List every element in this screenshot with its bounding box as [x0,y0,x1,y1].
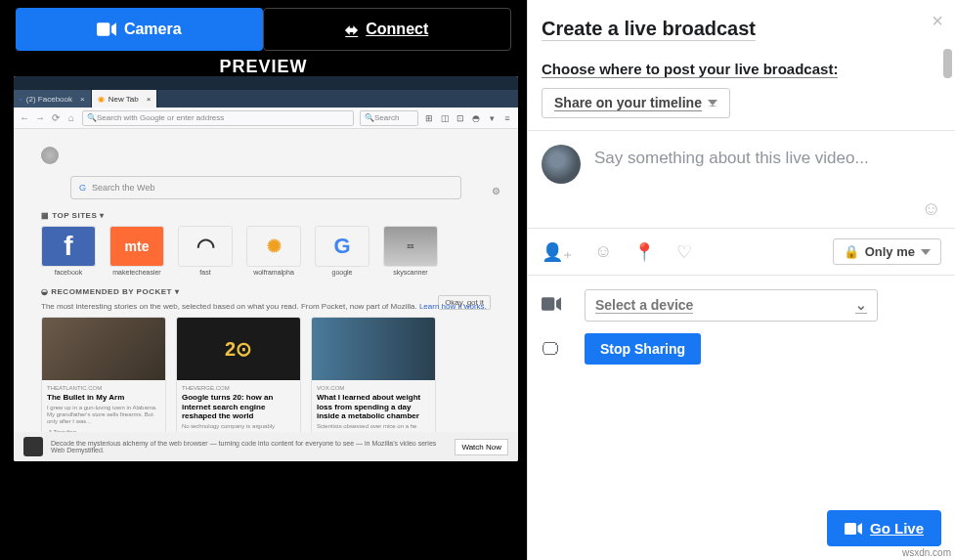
avatar [542,145,581,184]
svg-rect-2 [845,523,856,535]
banner-icon [23,437,43,456]
home-icon[interactable]: ⌂ [66,113,76,123]
search-bar[interactable]: 🔍 Search [360,110,418,126]
right-panel: × Create a live broadcast Choose where t… [527,0,955,560]
browser-tabbar: ▪(2) Facebook× ◉New Tab× [14,90,518,108]
monitor-icon: 🖵 [542,339,563,360]
connect-tab-label: Connect [366,21,428,38]
gear-icon[interactable]: ⚙ [492,186,500,196]
back-icon[interactable]: ← [20,113,29,123]
browser-tab[interactable]: ▪(2) Facebook× [14,90,92,108]
watermark: wsxdn.com [902,547,951,558]
compose-area: Say something about this live video... [528,131,955,197]
action-bar: 👤₊ ☺ 📍 ♡ 🔒 Only me [528,228,955,275]
left-panel: Camera ⬌ Connect PREVIEW ▪(2) Facebook× … [0,0,527,560]
library-icon[interactable]: ⊞ [424,113,434,123]
menu-icon[interactable]: ≡ [502,113,512,123]
stop-sharing-button[interactable]: Stop Sharing [585,333,701,365]
topsite[interactable]: ✺wolframalpha [246,226,301,276]
topsite[interactable]: ffacebook [41,226,96,276]
search-web-input[interactable]: G Search the Web [70,176,461,199]
preview-screen: ▪(2) Facebook× ◉New Tab× ← → ⟳ ⌂ 🔍 Searc… [14,76,518,461]
forward-icon[interactable]: → [35,113,45,123]
privacy-dropdown[interactable]: 🔒 Only me [833,238,941,265]
browser-toolbar: ← → ⟳ ⌂ 🔍 Search with Google or enter ad… [14,108,518,129]
topsite[interactable]: ◠fast [178,226,233,276]
article-image: 2⊙ [177,318,300,380]
reload-icon[interactable]: ⟳ [51,113,61,123]
bottom-banner: Decode the mysterious alchemy of the web… [14,432,518,461]
shield-icon[interactable]: ◓ [471,113,481,123]
svg-rect-1 [542,297,554,310]
article-card[interactable]: THEATLANTIC.COM The Bullet in My Arm I g… [41,317,166,446]
video-icon [542,295,563,316]
article-image [312,318,435,380]
emoji-icon[interactable]: ☺ [922,197,941,219]
topsites-label: ▦ TOP SITES ▾ [41,211,491,220]
article-image [42,318,165,380]
connect-tab[interactable]: ⬌ Connect [263,8,512,51]
close-icon[interactable]: × [932,10,943,32]
mode-tabs: Camera ⬌ Connect [0,0,527,59]
svg-rect-0 [97,22,109,35]
firefox-logo [41,147,59,164]
device-select[interactable]: Select a device ⌄ [585,289,878,322]
camera-icon [845,522,862,536]
close-icon[interactable]: × [147,95,152,104]
address-bar[interactable]: 🔍 Search with Google or enter address [82,110,354,126]
article-cards: THEATLANTIC.COM The Bullet in My Arm I g… [41,317,491,446]
topsite[interactable]: ≡≡skyscanner [383,226,438,276]
choose-label: Choose where to post your live broadcast… [542,61,838,78]
scrollbar[interactable] [943,49,952,78]
feeling-icon[interactable]: ☺ [594,241,612,262]
camera-tab-label: Camera [124,21,182,38]
chevron-down-icon: ⌄ [855,297,867,314]
article-card[interactable]: 2⊙ THEVERGE.COM Google turns 20: how an … [176,317,301,446]
chevron-down-icon [708,100,717,107]
browser-titlebar [14,76,518,90]
browser-tab[interactable]: ◉New Tab× [92,90,158,108]
lock-icon: 🔒 [844,244,859,259]
topsites-grid: ffacebook mtemaketecheasier ◠fast ✺wolfr… [41,226,491,276]
camera-icon [97,22,116,36]
page-title: Create a live broadcast [542,18,756,41]
close-icon[interactable]: × [80,95,85,104]
pocket-icon[interactable]: ▾ [487,113,497,123]
share-dropdown[interactable]: Share on your timeline [542,88,730,118]
learn-link[interactable]: Learn how it works. [419,302,487,311]
connect-icon: ⬌ [345,21,358,39]
chevron-down-icon [921,249,931,255]
preview-label: PREVIEW [0,57,527,77]
donate-icon[interactable]: ♡ [676,241,692,263]
compose-input[interactable]: Say something about this live video... [594,145,869,184]
watch-now-button[interactable]: Watch Now [455,439,508,455]
browser-content: G Search the Web ⚙ ▦ TOP SITES ▾ ffacebo… [14,129,518,461]
go-live-button[interactable]: Go Live [827,510,941,546]
camera-tab[interactable]: Camera [16,8,263,51]
article-card[interactable]: VOX.COM What I learned about weight loss… [311,317,436,446]
topsite[interactable]: mtemaketecheasier [109,226,164,276]
recommended-label: ◒ RECOMMENDED BY POCKET ▾ [41,287,491,296]
recommended-desc: The most interesting stories on the web,… [41,302,491,311]
sidebar-icon[interactable]: ◫ [440,113,450,123]
share-dropdown-label: Share on your timeline [554,95,702,111]
addons-icon[interactable]: ⊡ [456,113,465,123]
privacy-label: Only me [865,244,915,259]
location-icon[interactable]: 📍 [633,241,655,263]
tag-people-icon[interactable]: 👤₊ [542,241,573,263]
topsite[interactable]: Ggoogle [315,226,369,276]
